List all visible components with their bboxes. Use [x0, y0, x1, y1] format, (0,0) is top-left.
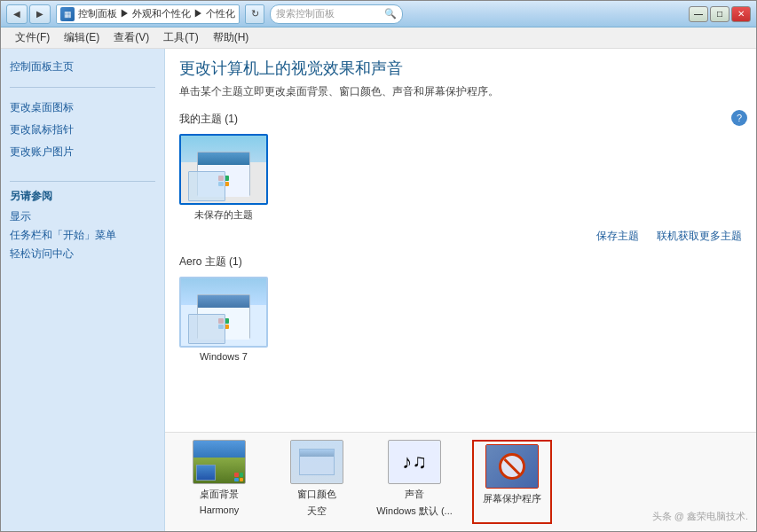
my-themes-grid: 未保存的主题	[179, 134, 742, 222]
breadcrumb: 控制面板 ▶ 外观和个性化 ▶ 个性化	[78, 7, 235, 20]
sidebar-item-display[interactable]: 显示	[10, 207, 155, 226]
window-color-inner	[299, 449, 335, 475]
desktop-bg-icon	[193, 440, 246, 484]
sidebar-item-control-panel-home[interactable]: 控制面板主页	[10, 58, 155, 76]
forward-button[interactable]: ▶	[29, 4, 51, 24]
sound-label: 声音	[405, 488, 424, 501]
title-bar: ◀ ▶ ▦ 控制面板 ▶ 外观和个性化 ▶ 个性化 ↻ 搜索控制面板 🔍 — □…	[1, 1, 756, 27]
sidebar-item-account-picture[interactable]: 更改账户图片	[10, 143, 155, 161]
theme-thumb-aero	[179, 277, 268, 348]
screensaver-bg	[486, 445, 538, 488]
theme-action-links: 保存主题 联机获取更多主题	[179, 229, 742, 244]
watermark: 头条 @ 鑫荣电脑技术.	[652, 510, 748, 523]
shortcut-screensaver[interactable]: 屏幕保护程序	[472, 440, 552, 524]
desktop-bg-sublabel: Harmony	[200, 505, 240, 515]
refresh-button[interactable]: ↻	[245, 4, 264, 24]
menu-bar: 文件(F) 编辑(E) 查看(V) 工具(T) 帮助(H)	[1, 27, 756, 49]
back-button[interactable]: ◀	[6, 4, 28, 24]
close-button[interactable]: ✕	[731, 6, 751, 22]
screensaver-icon	[485, 444, 539, 489]
no-sign-line	[503, 458, 520, 474]
page-title: 更改计算机上的视觉效果和声音	[179, 58, 742, 79]
title-bar-left: ◀ ▶ ▦ 控制面板 ▶ 外观和个性化 ▶ 个性化 ↻ 搜索控制面板 🔍	[6, 4, 403, 24]
online-themes-link[interactable]: 联机获取更多主题	[657, 229, 742, 244]
page-description: 单击某个主题立即更改桌面背景、窗口颜色、声音和屏幕保护程序。	[179, 84, 742, 99]
desktop-win-logo	[234, 473, 243, 481]
menu-edit[interactable]: 编辑(E)	[57, 28, 106, 47]
content-area: 控制面板主页 更改桌面图标 更改鼠标指针 更改账户图片 另请参阅 显示 任务栏和…	[1, 49, 756, 531]
my-themes-section-label: 我的主题 (1)	[179, 112, 742, 127]
nav-buttons: ◀ ▶	[6, 4, 51, 24]
theme-label-unsaved: 未保存的主题	[194, 208, 253, 222]
sidebar-item-taskbar[interactable]: 任务栏和「开始」菜单	[10, 226, 155, 245]
sidebar-item-desktop-icons[interactable]: 更改桌面图标	[10, 98, 155, 117]
sidebar-item-accessibility[interactable]: 轻松访问中心	[10, 245, 155, 263]
see-also-title: 另请参阅	[10, 189, 155, 204]
address-bar[interactable]: ▦ 控制面板 ▶ 外观和个性化 ▶ 个性化	[56, 4, 240, 24]
sound-sublabel: Windows 默认 (...	[376, 505, 453, 518]
sound-icon: ♪♫	[388, 440, 441, 484]
window-color-sublabel: 天空	[307, 505, 327, 518]
sidebar-divider-1	[10, 87, 155, 88]
window-controls: — □ ✕	[689, 6, 751, 22]
window-color-label: 窗口颜色	[297, 488, 336, 501]
minimize-button[interactable]: —	[689, 6, 708, 22]
sidebar: 控制面板主页 更改桌面图标 更改鼠标指针 更改账户图片 另请参阅 显示 任务栏和…	[1, 49, 165, 531]
theme-label-aero: Windows 7	[200, 351, 248, 362]
theme-item-win7[interactable]: Windows 7	[179, 277, 268, 362]
no-sign	[499, 453, 525, 480]
menu-file[interactable]: 文件(F)	[8, 28, 57, 47]
win-logo-desktop	[234, 473, 243, 481]
search-placeholder: 搜索控制面板	[276, 7, 335, 20]
theme-item-unsaved[interactable]: 未保存的主题	[179, 134, 268, 222]
aero-themes-grid: Windows 7	[179, 277, 742, 362]
desktop-bg-label: 桌面背景	[200, 488, 239, 501]
aero-themes-section-label: Aero 主题 (1)	[179, 254, 742, 270]
main-panel: 更改计算机上的视觉效果和声音 单击某个主题立即更改桌面背景、窗口颜色、声音和屏幕…	[165, 49, 756, 531]
window-color-bg	[291, 441, 343, 483]
theme-thumb-unsaved	[179, 134, 268, 205]
sound-symbol: ♪♫	[402, 450, 427, 473]
shortcut-window-color[interactable]: 窗口颜色 天空	[277, 440, 357, 524]
sidebar-see-also: 另请参阅 显示 任务栏和「开始」菜单 轻松访问中心	[10, 174, 155, 263]
screensaver-sublabel	[510, 509, 513, 520]
thumb-second-window	[188, 171, 225, 201]
sidebar-item-mouse-pointer[interactable]: 更改鼠标指针	[10, 121, 155, 139]
menu-view[interactable]: 查看(V)	[106, 28, 156, 47]
address-icon: ▦	[60, 7, 75, 21]
save-theme-link[interactable]: 保存主题	[596, 229, 639, 244]
thumb-aero-titlebar	[198, 295, 249, 308]
sidebar-divider-2	[10, 181, 155, 182]
shortcut-desktop-bg[interactable]: 桌面背景 Harmony	[179, 440, 259, 524]
themes-scroll-area[interactable]: ? 我的主题 (1)	[165, 105, 756, 432]
maximize-button[interactable]: □	[710, 6, 729, 22]
thumb-aero-second-window	[188, 314, 225, 344]
main-window: ◀ ▶ ▦ 控制面板 ▶ 外观和个性化 ▶ 个性化 ↻ 搜索控制面板 🔍 — □…	[0, 0, 757, 532]
shortcut-sound[interactable]: ♪♫ 声音 Windows 默认 (...	[375, 440, 454, 524]
search-bar[interactable]: 搜索控制面板 🔍	[270, 4, 403, 24]
main-header: 更改计算机上的视觉效果和声音 单击某个主题立即更改桌面背景、窗口颜色、声音和屏幕…	[165, 49, 756, 105]
window-color-titlebar	[300, 450, 334, 457]
help-button[interactable]: ?	[731, 110, 747, 126]
desktop-bg-mini-window	[196, 465, 216, 481]
window-color-icon	[290, 440, 343, 484]
screensaver-label: 屏幕保护程序	[483, 492, 541, 505]
thumb-titlebar	[198, 153, 249, 165]
menu-help[interactable]: 帮助(H)	[206, 28, 256, 47]
search-icon: 🔍	[384, 8, 397, 20]
menu-tools[interactable]: 工具(T)	[156, 28, 205, 47]
